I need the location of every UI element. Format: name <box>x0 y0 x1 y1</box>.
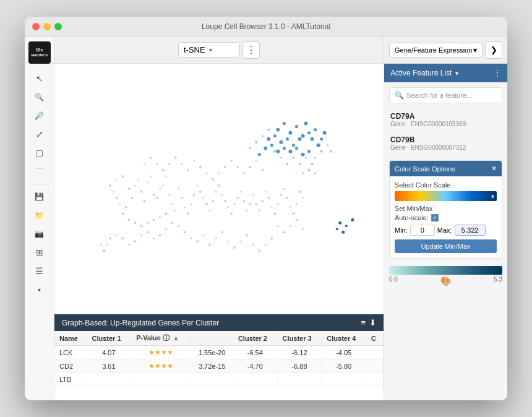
zoom-in-icon[interactable]: 🔍 <box>30 88 49 106</box>
col-cluster3[interactable]: Cluster 3 <box>277 331 322 346</box>
cursor-tool-icon[interactable]: ↖ <box>30 70 49 87</box>
autoscale-checkbox[interactable]: ✓ <box>431 214 439 221</box>
col-cluster4[interactable]: Cluster 4 <box>322 331 366 346</box>
svg-point-171 <box>302 172 304 174</box>
svg-point-153 <box>323 131 327 135</box>
rect-select-icon[interactable]: ▢ <box>30 144 49 161</box>
svg-point-159 <box>280 157 282 158</box>
svg-point-145 <box>301 153 304 157</box>
col-sort-empty <box>191 331 233 346</box>
grid-icon[interactable]: ⊞ <box>30 244 49 261</box>
cluster4-val: -5.80 <box>322 359 366 373</box>
svg-point-128 <box>283 122 286 125</box>
feature-item-cd79b[interactable]: CD79B Gene · ENSG00000007312 <box>384 132 507 155</box>
logo-text: 10x GENOMICS <box>31 48 48 57</box>
svg-point-166 <box>320 150 323 153</box>
svg-point-152 <box>320 137 323 140</box>
fit-icon[interactable]: ⤢ <box>30 126 49 143</box>
svg-point-137 <box>267 137 270 141</box>
svg-point-118 <box>243 172 245 174</box>
bottom-cs-bar <box>389 266 502 275</box>
color-scale-panel: Color Scale Options ✕ Select Color Scale… <box>389 160 502 259</box>
svg-point-62 <box>273 212 276 215</box>
color-scale-close-button[interactable]: ✕ <box>491 165 497 173</box>
svg-point-61 <box>271 207 273 208</box>
svg-point-16 <box>127 218 130 221</box>
svg-point-65 <box>283 187 285 189</box>
stars-val <box>131 373 191 386</box>
map-menu-button[interactable]: ⋮ <box>242 41 260 59</box>
feature-search-box[interactable]: 🔍 Search for a feature... <box>389 87 502 103</box>
svg-point-107 <box>174 157 177 159</box>
svg-point-42 <box>212 200 214 202</box>
svg-point-163 <box>305 157 307 158</box>
autoscale-label: Auto-scale: <box>395 214 429 221</box>
afl-dropdown-arrow[interactable]: ▾ <box>455 70 458 77</box>
download-icon[interactable]: ⬇ <box>369 318 376 327</box>
minimize-button[interactable] <box>43 23 51 30</box>
svg-point-15 <box>168 194 170 196</box>
map-area[interactable] <box>54 64 384 314</box>
svg-point-67 <box>290 207 291 208</box>
view-dropdown[interactable]: t-SNE ▾ <box>178 42 240 58</box>
svg-point-129 <box>288 131 292 135</box>
svg-point-126 <box>302 228 304 230</box>
maximize-button[interactable] <box>54 23 62 30</box>
palette-icon[interactable]: 🎨 <box>440 276 451 286</box>
lasso-icon[interactable]: ⌒ <box>30 163 49 180</box>
svg-point-119 <box>249 166 251 168</box>
select-color-scale-label: Select Color Scale <box>395 181 497 189</box>
update-minmax-button[interactable]: Update Min/Max <box>395 239 497 253</box>
next-nav-button[interactable]: ❯ <box>485 41 502 59</box>
svg-point-102 <box>144 163 145 165</box>
min-input[interactable] <box>410 225 435 236</box>
svg-point-109 <box>187 169 189 171</box>
screenshot-icon[interactable]: 📷 <box>30 225 49 243</box>
folder-icon[interactable]: 📁 <box>30 207 49 224</box>
svg-point-24 <box>165 212 168 215</box>
svg-point-173 <box>345 225 348 227</box>
list-icon[interactable]: ☰ <box>30 262 49 280</box>
svg-point-112 <box>205 172 207 174</box>
max-label: Max: <box>437 226 452 234</box>
svg-point-34 <box>187 212 189 215</box>
svg-point-162 <box>298 163 301 165</box>
svg-point-48 <box>230 212 233 215</box>
autoscale-row: Auto-scale: ✓ <box>395 214 497 221</box>
close-button[interactable] <box>32 23 40 30</box>
svg-point-76 <box>208 243 211 246</box>
pvalue-val: 3.72e-15 <box>191 359 233 373</box>
svg-point-68 <box>292 212 294 215</box>
col-c[interactable]: C <box>366 331 384 346</box>
svg-point-49 <box>234 204 236 205</box>
svg-point-13 <box>165 175 167 177</box>
svg-point-53 <box>246 210 248 212</box>
feature-mode-arrow: ▾ <box>473 46 477 54</box>
feature-item-cd79a[interactable]: CD79A Gene · ENSG00000105369 <box>384 108 507 132</box>
traffic-lights <box>32 23 62 30</box>
svg-point-167 <box>327 144 328 146</box>
svg-point-143 <box>288 150 292 153</box>
col-pvalue[interactable]: P-Value ⓘ ▲ <box>131 331 191 346</box>
svg-point-92 <box>147 231 149 233</box>
svg-point-30 <box>121 175 124 178</box>
col-name[interactable]: Name <box>54 331 87 346</box>
col-cluster2[interactable]: Cluster 2 <box>233 331 277 346</box>
afl-menu-icon[interactable]: ⋮ <box>494 69 501 77</box>
feature-sub-cd79b: Gene · ENSG00000007312 <box>390 144 501 151</box>
svg-point-80 <box>233 246 236 249</box>
search-icon: 🔍 <box>395 91 404 100</box>
feature-expression-dropdown[interactable]: Gene/Feature Expression ▾ <box>389 43 483 58</box>
svg-point-79 <box>228 241 230 243</box>
filter-icon[interactable]: ≡ <box>361 318 366 327</box>
svg-point-29 <box>116 178 118 180</box>
svg-point-59 <box>265 191 267 193</box>
svg-point-114 <box>218 172 220 174</box>
col-cluster1[interactable]: Cluster 1 <box>87 331 131 346</box>
chevron-down-icon[interactable]: ▾ <box>30 281 49 298</box>
save-icon[interactable]: 💾 <box>30 188 49 205</box>
zoom-out-icon[interactable]: 🔎 <box>30 107 49 124</box>
max-input[interactable] <box>455 225 486 236</box>
svg-point-56 <box>255 203 257 205</box>
svg-point-88 <box>171 221 174 224</box>
